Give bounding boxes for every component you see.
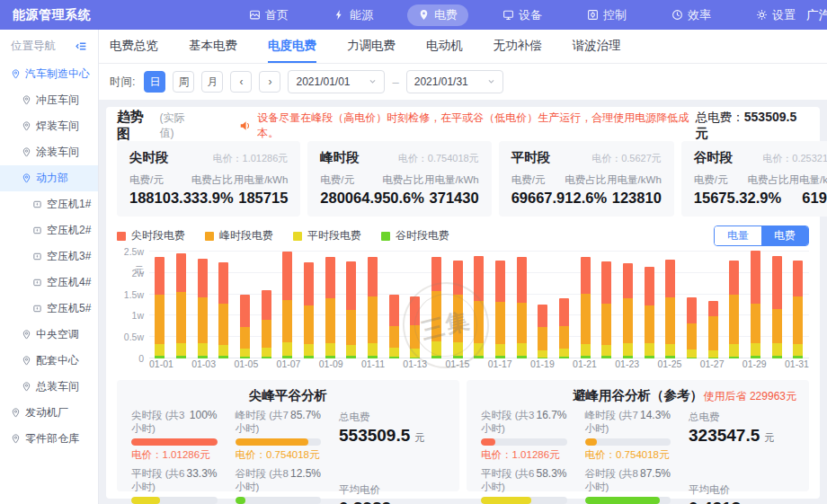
period-price: 电价：0.253215元 xyxy=(762,152,827,165)
nav-item-效率[interactable]: 效率 xyxy=(661,4,722,26)
toggle-电量[interactable]: 电量 xyxy=(715,226,761,245)
tab-电度电费[interactable]: 电度电费 xyxy=(268,30,316,63)
chart-body: 00.5w1w1.5w2w2.5w元 xyxy=(117,252,809,358)
bar-segment-峰时段电费 xyxy=(517,303,527,343)
legend-label: 谷时段电费 xyxy=(396,228,449,243)
bar-segment-谷时段电费 xyxy=(240,357,250,358)
next-period-button[interactable]: › xyxy=(259,71,280,93)
bar-slot-01-23 xyxy=(618,252,639,358)
x-tick-label xyxy=(300,358,318,373)
stat-label: 总电费 xyxy=(339,411,445,424)
progress-label: 谷时段 (共8小时) xyxy=(585,467,640,494)
sidebar-item-焊装车间[interactable]: 焊装车间 xyxy=(0,113,98,139)
bar-segment-谷时段电费 xyxy=(389,357,399,358)
stat-unit: 元 xyxy=(765,432,775,443)
bar-segment-尖时段电费 xyxy=(368,257,378,296)
sidebar-item-空压机2#[interactable]: 空压机2# xyxy=(0,217,98,243)
tab-电动机[interactable]: 电动机 xyxy=(426,30,463,63)
sidebar-item-空压机4#[interactable]: 空压机4# xyxy=(0,270,98,296)
sidebar-item-空压机5#[interactable]: 空压机5# xyxy=(0,296,98,322)
bar-slot-01-02 xyxy=(171,252,192,358)
sidebar-item-动力部[interactable]: 动力部 xyxy=(0,165,98,191)
sidebar-item-冲压车间[interactable]: 冲压车间 xyxy=(0,87,98,113)
legend-item-尖时段电费[interactable]: 尖时段电费 xyxy=(117,228,185,243)
time-unit-周[interactable]: 周 xyxy=(173,71,194,93)
sidebar-item-空压机1#[interactable]: 空压机1# xyxy=(0,191,98,217)
tab-基本电费[interactable]: 基本电费 xyxy=(189,30,237,63)
metric-label: 用电量/kWh xyxy=(607,173,662,187)
bar-segment-谷时段电费 xyxy=(262,357,271,358)
bar-slot-01-24 xyxy=(638,252,660,358)
bar-segment-峰时段电费 xyxy=(708,316,718,350)
nav-item-首页[interactable]: 首页 xyxy=(238,4,299,26)
sidebar-item-空压机3#[interactable]: 空压机3# xyxy=(0,243,98,270)
bar-segment-谷时段电费 xyxy=(772,356,782,358)
date-from-select[interactable]: 2021/01/01 xyxy=(288,70,385,93)
sidebar-item-总装车间[interactable]: 总装车间 xyxy=(0,374,98,400)
bar-slot-01-03 xyxy=(191,252,213,358)
time-unit-日[interactable]: 日 xyxy=(144,71,165,93)
x-tick-label xyxy=(427,358,445,373)
bar-01-08 xyxy=(304,262,314,358)
progress-track xyxy=(481,438,567,446)
toggle-电费[interactable]: 电费 xyxy=(761,226,808,245)
time-unit-月[interactable]: 月 xyxy=(201,71,223,93)
sidebar-item-汽车制造中心[interactable]: 汽车制造中心 xyxy=(0,61,98,87)
metric-用电量/kWh: 用电量/kWh123810 xyxy=(607,173,662,207)
date-to-select[interactable]: 2021/01/31 xyxy=(406,70,503,93)
progress-label: 峰时段 (共7小时) xyxy=(236,409,290,436)
bar-segment-平时段电费 xyxy=(581,344,591,356)
x-tick-label: 01-11 xyxy=(361,358,385,373)
bar-01-13 xyxy=(410,296,420,358)
nav-item-控制[interactable]: 控制 xyxy=(576,4,637,26)
device-monitor-icon xyxy=(502,9,514,21)
legend-item-平时段电费[interactable]: 平时段电费 xyxy=(293,228,361,243)
progress-price: 电价：0.754018元 xyxy=(585,448,671,462)
bar-segment-谷时段电费 xyxy=(410,358,420,358)
stat-card-header: 平时段电价：0.5627元 xyxy=(511,149,662,166)
x-tick-label: 01-05 xyxy=(234,358,258,373)
legend-swatch xyxy=(205,232,214,241)
legend-item-谷时段电费[interactable]: 谷时段电费 xyxy=(381,228,449,243)
stat-value: 553509.5 元 xyxy=(339,426,445,446)
x-tick-label: 01-27 xyxy=(700,358,725,373)
tenant-name: 广汽菲亚特 xyxy=(806,7,827,23)
nav-item-能源[interactable]: 能源 xyxy=(323,4,384,26)
nav-item-设备[interactable]: 设备 xyxy=(492,4,553,26)
legend-item-峰时段电费[interactable]: 峰时段电费 xyxy=(205,228,273,243)
tenant-dropdown[interactable]: 广汽菲亚特 xyxy=(806,7,827,23)
time-filter-bar: 时间: 日周月 ‹ › 2021/01/01 – 2021/01/31 xyxy=(99,64,827,100)
bar-segment-尖时段电费 xyxy=(601,261,611,304)
sidebar-collapse-icon[interactable] xyxy=(76,40,87,52)
bar-segment-尖时段电费 xyxy=(282,252,292,300)
bar-segment-峰时段电费 xyxy=(687,323,697,350)
x-tick-label xyxy=(512,358,530,373)
prev-period-button[interactable]: ‹ xyxy=(230,71,252,93)
bar-segment-谷时段电费 xyxy=(198,356,208,358)
tab-无功补偿[interactable]: 无功补偿 xyxy=(494,30,542,63)
bar-segment-平时段电费 xyxy=(431,341,441,356)
bar-slot-01-27 xyxy=(702,252,724,358)
bar-01-24 xyxy=(645,267,654,358)
chevron-down-icon xyxy=(487,75,495,88)
tab-力调电费[interactable]: 力调电费 xyxy=(347,30,396,63)
period-name: 峰时段 xyxy=(320,149,360,166)
nav-item-电费[interactable]: 电费 xyxy=(407,4,468,26)
tab-电费总览[interactable]: 电费总览 xyxy=(110,30,158,63)
sidebar-item-发动机厂[interactable]: 发动机厂 xyxy=(0,400,98,426)
progress-fill xyxy=(481,438,495,446)
bar-segment-尖时段电费 xyxy=(559,298,569,326)
bar-segment-峰时段电费 xyxy=(262,320,271,348)
x-tick-label: 01-19 xyxy=(530,358,555,373)
sidebar-item-零件部仓库[interactable]: 零件部仓库 xyxy=(0,426,98,452)
progress-group-平时段 (共6小时): 平时段 (共6小时)58.3%电价：0.5627元 xyxy=(481,467,567,504)
sidebar-item-涂装车间[interactable]: 涂装车间 xyxy=(0,139,98,165)
nav-item-设置[interactable]: 设置 xyxy=(745,4,806,26)
bar-segment-峰时段电费 xyxy=(474,301,484,343)
tab-谐波治理[interactable]: 谐波治理 xyxy=(573,30,621,63)
x-tick-label xyxy=(681,358,699,373)
sidebar-item-配套中心[interactable]: 配套中心 xyxy=(0,348,98,374)
sidebar-item-中央空调[interactable]: 中央空调 xyxy=(0,322,98,348)
bar-segment-尖时段电费 xyxy=(538,305,547,327)
bar-segment-平时段电费 xyxy=(453,342,463,356)
